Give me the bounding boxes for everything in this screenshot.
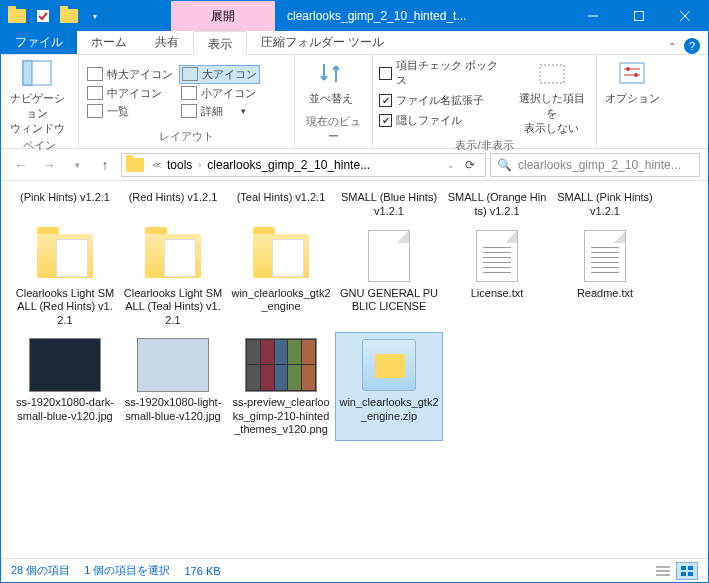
ribbon-collapse-icon[interactable]: ⌃: [668, 41, 676, 52]
file-item[interactable]: ss-preview_clearlooks_gimp-210-hinted_th…: [227, 332, 335, 441]
nav-pane-icon: [21, 57, 53, 89]
chk-hidden[interactable]: ✔隠しファイル: [379, 112, 507, 129]
options-button[interactable]: オプション: [603, 57, 661, 106]
status-item-count: 28 個の項目: [11, 563, 70, 578]
folder-item[interactable]: SMALL (Pink Hints) v1.2.1: [551, 187, 659, 223]
hide-selected-button[interactable]: 選択した項目を 表示しない: [513, 57, 590, 136]
breadcrumb-current[interactable]: clearlooks_gimp_2_10_hinte...: [205, 158, 372, 172]
address-bar: ← → ▾ ↑ ≪ tools › clearlooks_gimp_2_10_h…: [1, 149, 708, 181]
nav-pane-button[interactable]: ナビゲーション ウィンドウ: [7, 57, 67, 136]
tab-share[interactable]: 共有: [141, 30, 193, 54]
search-icon: 🔍: [497, 158, 512, 172]
quick-access-toolbar: ▾: [1, 4, 111, 28]
tab-view[interactable]: 表示: [193, 31, 247, 55]
file-list[interactable]: (Pink Hints) v1.2.1 (Red Hints) v1.2.1 (…: [1, 181, 708, 558]
close-button[interactable]: [662, 1, 708, 31]
chevron-icon[interactable]: ≪: [150, 160, 163, 170]
layout-medium[interactable]: 中アイコン: [85, 85, 175, 102]
qat-dropdown-icon[interactable]: ▾: [83, 4, 107, 28]
folder-item[interactable]: (Red Hints) v1.2.1: [119, 187, 227, 223]
sort-icon: [315, 57, 347, 89]
layout-list[interactable]: 一覧: [85, 103, 175, 120]
view-details-button[interactable]: [652, 562, 674, 580]
qat-checkbox-icon[interactable]: [31, 4, 55, 28]
file-item[interactable]: License.txt: [443, 223, 551, 332]
window-title: clearlooks_gimp_2_10_hinted_t...: [275, 9, 570, 23]
layout-detail[interactable]: 詳細▾: [179, 103, 260, 120]
folder-item[interactable]: SMALL (Orange Hints) v1.2.1: [443, 187, 551, 223]
svg-rect-18: [681, 572, 686, 576]
address-box[interactable]: ≪ tools › clearlooks_gimp_2_10_hinte... …: [121, 153, 486, 177]
folder-item[interactable]: win_clearlooks_gtk2_engine: [227, 223, 335, 332]
image-thumb-icon: [29, 338, 101, 392]
image-thumb-icon: [245, 338, 317, 392]
file-item[interactable]: ss-1920x1080-dark-small-blue-v120.jpg: [11, 332, 119, 441]
layout-large[interactable]: 大アイコン: [179, 65, 260, 84]
help-icon[interactable]: ?: [684, 38, 700, 54]
text-file-icon: [584, 230, 626, 282]
svg-rect-19: [688, 572, 693, 576]
file-item[interactable]: ss-1920x1080-light-small-blue-v120.jpg: [119, 332, 227, 441]
svg-rect-7: [540, 65, 564, 83]
file-item-selected[interactable]: win_clearlooks_gtk2_engine.zip: [335, 332, 443, 441]
up-button[interactable]: ↑: [93, 153, 117, 177]
status-selection: 1 個の項目を選択: [84, 563, 170, 578]
chevron-icon[interactable]: ›: [196, 160, 203, 170]
file-item[interactable]: Readme.txt: [551, 223, 659, 332]
forward-button[interactable]: →: [37, 153, 61, 177]
document-icon: [368, 230, 410, 282]
folder-icon: [145, 234, 201, 278]
back-button[interactable]: ←: [9, 153, 33, 177]
options-icon: [616, 57, 648, 89]
layout-small[interactable]: 小アイコン: [179, 85, 260, 102]
file-item[interactable]: GNU GENERAL PUBLIC LICENSE: [335, 223, 443, 332]
maximize-button[interactable]: [616, 1, 662, 31]
hide-icon: [536, 57, 568, 89]
contextual-tab-header: 展開: [171, 1, 275, 31]
status-size: 176 KB: [184, 565, 220, 577]
tab-extract[interactable]: 圧縮フォルダー ツール: [247, 30, 398, 54]
layout-xl[interactable]: 特大アイコン: [85, 65, 175, 84]
title-bar: ▾ 展開 clearlooks_gimp_2_10_hinted_t...: [1, 1, 708, 31]
view-icons-button[interactable]: [676, 562, 698, 580]
svg-rect-8: [620, 63, 644, 83]
folder-item[interactable]: Clearlooks Light SMALL (Teal Hints) v1.2…: [119, 223, 227, 332]
refresh-icon[interactable]: ⟳: [459, 158, 481, 172]
folder-icon: [37, 234, 93, 278]
minimize-button[interactable]: [570, 1, 616, 31]
folder-icon: [126, 158, 144, 172]
ribbon: ナビゲーション ウィンドウ ペイン 特大アイコン 大アイコン 中アイコン 小アイ…: [1, 55, 708, 149]
svg-rect-6: [23, 61, 32, 85]
chk-item-checkboxes[interactable]: 項目チェック ボックス: [379, 57, 507, 89]
group-label-current: 現在のビュー: [301, 112, 366, 146]
image-thumb-icon: [137, 338, 209, 392]
search-input[interactable]: 🔍 clearlooks_gimp_2_10_hinte...: [490, 153, 700, 177]
qat-folder-icon[interactable]: [5, 4, 29, 28]
folder-icon: [253, 234, 309, 278]
svg-rect-16: [681, 566, 686, 570]
status-bar: 28 個の項目 1 個の項目を選択 176 KB: [1, 558, 708, 582]
svg-rect-17: [688, 566, 693, 570]
zip-icon: [362, 339, 416, 391]
recent-dropdown[interactable]: ▾: [65, 153, 89, 177]
text-file-icon: [476, 230, 518, 282]
window-controls: [570, 1, 708, 31]
tab-file[interactable]: ファイル: [1, 30, 77, 54]
folder-item[interactable]: Clearlooks Light SMALL (Red Hints) v1.2.…: [11, 223, 119, 332]
breadcrumb-tools[interactable]: tools: [165, 158, 194, 172]
group-label-layout: レイアウト: [85, 127, 288, 146]
folder-item[interactable]: (Pink Hints) v1.2.1: [11, 187, 119, 223]
chk-extensions[interactable]: ✔ファイル名拡張子: [379, 92, 507, 109]
svg-rect-2: [635, 12, 644, 21]
sort-button[interactable]: 並べ替え: [301, 57, 361, 106]
svg-point-10: [626, 67, 630, 71]
svg-rect-0: [37, 10, 49, 22]
folder-item[interactable]: SMALL (Blue Hints) v1.2.1: [335, 187, 443, 223]
svg-point-12: [634, 73, 638, 77]
chevron-down-icon[interactable]: ⌄: [445, 160, 457, 170]
folder-item[interactable]: (Teal Hints) v1.2.1: [227, 187, 335, 223]
qat-folder2-icon[interactable]: [57, 4, 81, 28]
ribbon-tabs: ファイル ホーム 共有 表示 圧縮フォルダー ツール ⌃ ?: [1, 31, 708, 55]
tab-home[interactable]: ホーム: [77, 30, 141, 54]
